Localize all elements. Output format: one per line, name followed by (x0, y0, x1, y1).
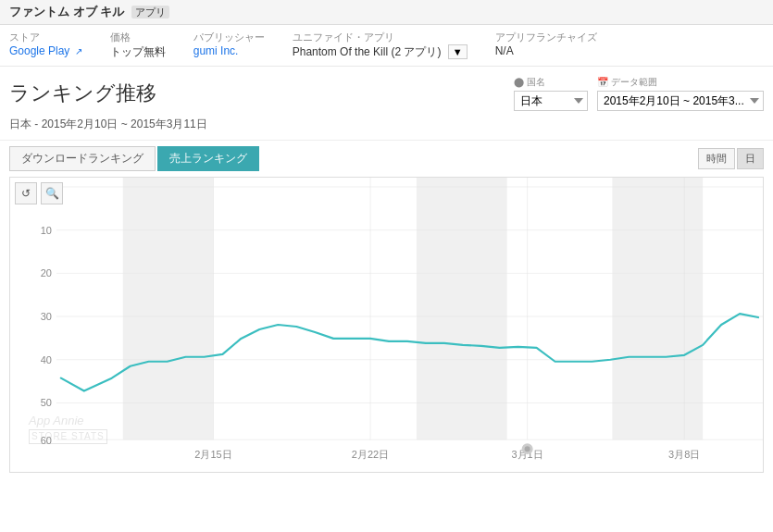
svg-rect-0 (123, 178, 214, 439)
meta-row: ストア Google Play ↗ 価格 トップ無料 パブリッシャー gumi … (0, 25, 773, 67)
svg-text:3月8日: 3月8日 (668, 449, 700, 460)
date-select[interactable]: 2015年2月10日 ~ 2015年3... (597, 91, 764, 111)
chart-canvas: 1 10 20 30 40 50 60 2月15日 2月22日 3月1日 3月8… (10, 178, 763, 472)
meta-store: ストア Google Play ↗ (9, 31, 82, 57)
country-select[interactable]: 日本 (514, 91, 588, 111)
section-title: ランキング推移 (9, 80, 495, 107)
franchise-label: アプリフランチャイズ (495, 31, 597, 44)
chart-svg: 1 10 20 30 40 50 60 2月15日 2月22日 3月1日 3月8… (10, 178, 763, 472)
calendar-icon: 📅 (597, 77, 608, 87)
store-label: ストア (9, 31, 82, 44)
globe-icon: ⬤ (514, 77, 524, 87)
section-header: ランキング推移 ⬤ 国名 日本 📅 データ範囲 2015年2月10日 ~ 201… (0, 67, 773, 115)
chart-area: ↺ 🔍 1 10 20 30 40 (9, 177, 764, 473)
chart-controls: ダウンロードランキング 売上ランキング 時間 日 (0, 140, 773, 177)
meta-publisher: パブリッシャー gumi Inc. (193, 31, 265, 57)
revenue-ranking-tab[interactable]: 売上ランキング (157, 146, 259, 171)
svg-text:50: 50 (41, 397, 52, 408)
svg-text:30: 30 (41, 311, 52, 322)
svg-text:2月22日: 2月22日 (352, 449, 389, 460)
svg-text:2月15日: 2月15日 (194, 449, 231, 460)
app-title: ファントム オブ キル (9, 5, 124, 19)
filter-group: ⬤ 国名 日本 📅 データ範囲 2015年2月10日 ~ 2015年3... (514, 76, 764, 111)
svg-point-26 (525, 446, 530, 452)
price-label: 価格 (110, 31, 166, 44)
svg-text:10: 10 (41, 225, 52, 236)
svg-rect-2 (612, 178, 703, 439)
day-btn[interactable]: 日 (737, 148, 764, 169)
meta-franchise: アプリフランチャイズ N/A (495, 31, 597, 57)
hour-btn[interactable]: 時間 (698, 148, 735, 169)
app-tag: アプリ (131, 6, 169, 19)
meta-unified: ユニファイド・アプリ Phantom Of the Kill (2 アプリ) ▼ (293, 31, 468, 60)
reset-zoom-btn[interactable]: ↺ (15, 182, 37, 204)
chart-subtitle: 日本 - 2015年2月10日 ~ 2015年3月11日 (0, 115, 773, 140)
price-value: トップ無料 (110, 45, 166, 58)
publisher-label: パブリッシャー (193, 31, 265, 44)
country-label: ⬤ 国名 (514, 76, 588, 89)
publisher-link[interactable]: gumi Inc. (193, 44, 239, 57)
unified-value: Phantom Of the Kill (2 アプリ) (293, 45, 442, 58)
external-link-icon: ↗ (75, 46, 82, 56)
meta-price: 価格 トップ無料 (110, 31, 166, 60)
unified-dropdown[interactable]: ▼ (448, 44, 468, 59)
unified-label: ユニファイド・アプリ (293, 31, 468, 44)
svg-rect-1 (417, 178, 507, 439)
date-label: 📅 データ範囲 (597, 76, 764, 89)
watermark-line1: App Annie (29, 413, 107, 429)
svg-text:20: 20 (41, 267, 52, 278)
date-filter: 📅 データ範囲 2015年2月10日 ~ 2015年3... (597, 76, 764, 111)
watermark-line2: STORE STATS (29, 429, 107, 444)
app-title-bar: ファントム オブ キル アプリ (0, 0, 773, 25)
zoom-btn[interactable]: 🔍 (41, 182, 63, 204)
watermark: App Annie STORE STATS (29, 413, 107, 444)
time-controls: 時間 日 (698, 148, 764, 169)
svg-text:40: 40 (41, 354, 52, 365)
download-ranking-tab[interactable]: ダウンロードランキング (9, 146, 156, 171)
ranking-tabs: ダウンロードランキング 売上ランキング (9, 146, 259, 171)
country-filter: ⬤ 国名 日本 (514, 76, 588, 111)
franchise-value: N/A (495, 44, 514, 57)
store-link[interactable]: Google Play (9, 44, 69, 57)
chart-toolbar: ↺ 🔍 (15, 182, 63, 204)
